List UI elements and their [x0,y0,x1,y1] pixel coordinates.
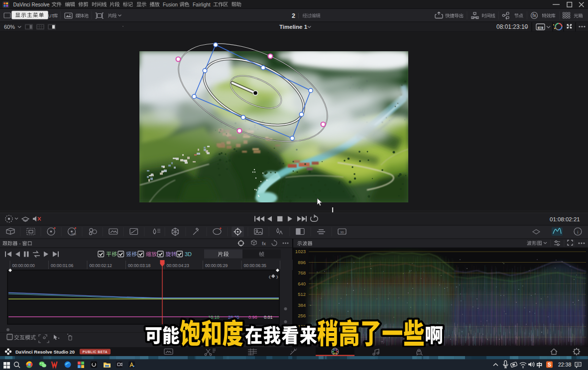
svg-text:22:38: 22:38 [558,362,571,368]
svg-text:Timeline 1: Timeline 1 [279,24,308,30]
svg-text:0.96: 0.96 [248,315,257,320]
svg-text:PUBLIC BETA: PUBLIC BETA [83,350,108,354]
svg-text:0.01: 0.01 [264,315,273,320]
svg-text:00:00:02:12: 00:00:02:12 [90,263,113,268]
svg-text:Fusion: Fusion [163,2,178,7]
svg-text:768: 768 [298,270,306,276]
svg-text:DaVinci Resolve: DaVinci Resolve [13,2,50,7]
svg-text:512: 512 [298,291,306,297]
svg-text:fx: fx [532,13,536,18]
svg-text:00:00:00:00: 00:00:00:00 [12,263,35,268]
svg-text:UT: UT [48,13,55,18]
svg-text:3D: 3D [185,251,192,257]
svg-text:00:00:06:35: 00:00:06:35 [244,263,267,268]
svg-text:2: 2 [292,12,295,19]
svg-text:Fairlight: Fairlight [193,2,211,7]
svg-text:00:00:04:23: 00:00:04:23 [167,263,190,268]
svg-text:384: 384 [298,302,306,308]
svg-text:640: 640 [298,281,306,286]
svg-text:3D: 3D [340,231,344,234]
svg-text:256: 256 [298,313,306,318]
svg-text:00:00:01:06: 00:00:01:06 [51,263,74,268]
svg-text:HDR: HDR [71,233,76,236]
svg-text:00:00:05:29: 00:00:05:29 [205,263,228,268]
svg-text:S: S [548,362,551,368]
svg-text:08:01:23:10: 08:01:23:10 [496,23,528,30]
svg-text:i: i [578,230,579,235]
svg-text:1023: 1023 [295,249,306,254]
svg-text:-: - [19,241,21,246]
svg-text:❮: ❮ [268,275,271,279]
svg-text:896: 896 [298,260,306,265]
svg-text:fx: fx [262,241,266,246]
svg-text:01:08:02:21: 01:08:02:21 [550,216,580,222]
svg-text:DaVinci Resolve Studio 20: DaVinci Resolve Studio 20 [15,349,75,355]
svg-text:HQ: HQ [539,27,542,29]
svg-text:60%: 60% [4,24,15,30]
svg-text:00:00:03:18: 00:00:03:18 [128,263,151,268]
svg-text:❯: ❯ [276,275,278,279]
